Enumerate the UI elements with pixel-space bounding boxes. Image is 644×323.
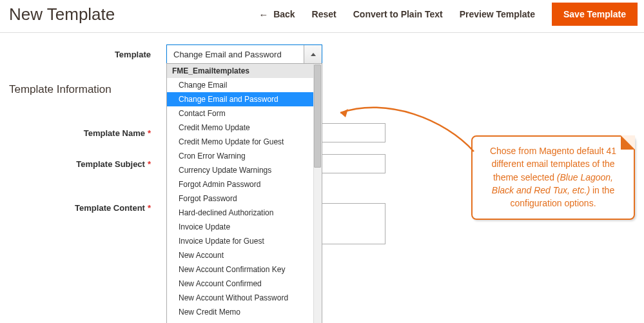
dropdown-option[interactable]: New Credit Memo for Guest [167,319,322,323]
page-header: New Template ← Back Reset Convert to Pla… [0,0,644,33]
required-star-icon: * [148,159,151,169]
dropdown-list: FME_EmailtemplatesChange EmailChange Ema… [167,64,322,323]
back-label: Back [273,9,295,19]
dropdown-option[interactable]: New Account Without Password [167,291,322,305]
dropdown-option[interactable]: Invoice Update for Guest [167,234,322,248]
dropdown-option[interactable]: Hard-declined Authorization [167,206,322,220]
page-title: New Template [9,5,115,24]
scrollbar[interactable] [313,64,322,323]
preview-button[interactable]: Preview Template [460,9,535,19]
dropdown-option[interactable]: Invoice Update [167,220,322,234]
required-star-icon: * [148,203,151,213]
reset-button[interactable]: Reset [312,9,337,19]
dropdown-option[interactable]: New Credit Memo [167,305,322,319]
required-star-icon: * [148,128,151,138]
arrow-left-icon: ← [259,10,268,19]
dropdown-option[interactable]: Currency Update Warnings [167,163,322,177]
row-template: Template Change Email and Password FME_E… [0,44,644,64]
dropdown-toggle[interactable] [304,45,322,63]
name-label: Template Name* [0,128,166,138]
template-select[interactable]: Change Email and Password [166,44,322,64]
template-select-value: Change Email and Password [167,45,304,63]
annotation-callout: Chose from Magento default 41 different … [471,135,635,220]
header-actions: ← Back Reset Convert to Plain Text Previ… [259,3,638,26]
content-label: Template Content* [0,203,166,213]
subject-label-text: Template Subject [76,159,145,169]
content-label-text: Template Content [75,203,145,213]
dropdown-option[interactable]: Credit Memo Update for Guest [167,135,322,149]
back-button[interactable]: ← Back [259,9,295,19]
dropdown-option[interactable]: Change Email [167,78,322,92]
caret-up-icon [311,53,316,56]
dropdown-option[interactable]: Change Email and Password [167,92,322,106]
dropdown-option[interactable]: New Account Confirmation Key [167,262,322,277]
template-field: Change Email and Password FME_Emailtempl… [166,44,322,64]
dropdown-option[interactable]: Cron Error Warning [167,149,322,163]
dropdown-option[interactable]: Credit Memo Update [167,121,322,135]
template-dropdown: FME_EmailtemplatesChange EmailChange Ema… [166,63,322,323]
subject-label: Template Subject* [0,159,166,169]
dropdown-group-header: FME_Emailtemplates [167,64,322,78]
scrollbar-thumb[interactable] [314,64,321,168]
dropdown-option[interactable]: Forgot Admin Password [167,177,322,191]
dropdown-option[interactable]: Contact Form [167,106,322,121]
dropdown-option[interactable]: New Account [167,248,322,262]
name-label-text: Template Name [84,128,145,138]
page-fold-icon [621,135,635,150]
save-button[interactable]: Save Template [552,3,638,26]
convert-button[interactable]: Convert to Plain Text [353,9,443,19]
template-label: Template [0,50,166,59]
dropdown-option[interactable]: Forgot Password [167,191,322,206]
dropdown-option[interactable]: New Account Confirmed [167,277,322,291]
